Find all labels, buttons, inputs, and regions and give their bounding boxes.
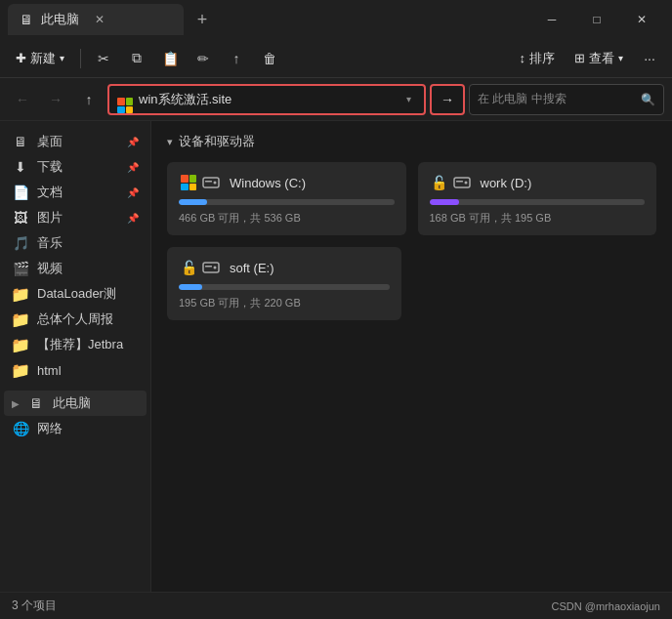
section-toggle-icon[interactable]: ▾ [167, 136, 173, 148]
sidebar-item-thispc[interactable]: ▶ 🖥 此电脑 [4, 391, 147, 416]
drive-d-name: work (D:) [481, 176, 532, 190]
sidebar-label-weekly: 总体个人周报 [37, 310, 139, 328]
svg-rect-0 [203, 178, 219, 187]
sidebar-label-documents: 文档 [37, 184, 119, 201]
tab-area: 🖥 此电脑 ✕ + [8, 0, 529, 39]
close-button[interactable]: ✕ [619, 4, 664, 35]
drive-c-header: Windows (C:) [179, 172, 395, 193]
drive-d-info: 168 GB 可用，共 195 GB [430, 211, 646, 226]
sort-button[interactable]: ↕ 排序 [512, 46, 564, 71]
address-dropdown-icon[interactable]: ▾ [400, 92, 416, 107]
search-bar[interactable]: 在 此电脑 中搜索 🔍 [469, 84, 664, 115]
share-button[interactable]: ↑ [222, 44, 251, 73]
drive-d-bar-fill [430, 199, 460, 205]
hdd-e-icon [200, 257, 222, 278]
jetbra-folder-icon: 📁 [12, 336, 29, 353]
go-button[interactable]: → [430, 84, 465, 115]
sidebar-item-network[interactable]: 🌐 网络 [4, 416, 147, 441]
sidebar-item-downloads[interactable]: ⬇ 下载 📌 [4, 154, 147, 180]
drive-d[interactable]: 🔓 work (D:) 168 GB 可用，共 1 [418, 162, 657, 235]
sidebar-label-downloads: 下载 [37, 158, 119, 176]
svg-rect-6 [203, 263, 219, 272]
sidebar-label-desktop: 桌面 [37, 133, 119, 150]
address-text: win系统激活.site [139, 91, 395, 108]
maximize-button[interactable]: □ [574, 4, 619, 35]
sidebar-label-music: 音乐 [37, 234, 139, 252]
drive-d-bar-bg [430, 199, 646, 205]
drive-e-bar-bg [179, 284, 390, 290]
tab-label: 此电脑 [41, 11, 79, 28]
drives-grid: Windows (C:) 466 GB 可用，共 536 GB 🔓 [167, 162, 656, 235]
pin-icon-desktop: 📌 [127, 137, 139, 147]
hdd-d-icon [451, 172, 473, 193]
section-header: ▾ 设备和驱动器 [167, 133, 656, 150]
hdd-c-icon [200, 172, 222, 193]
toolbar: ✚ 新建 ▾ ✂ ⧉ 📋 ✏ ↑ 🗑 ↕ 排序 ⊞ 查看 ▾ ··· [0, 39, 672, 78]
drive-d-icons: 🔓 [430, 172, 473, 193]
sidebar-item-pictures[interactable]: 🖼 图片 📌 [4, 205, 147, 230]
main-area: 🖥 桌面 📌 ⬇ 下载 📌 📄 文档 📌 🖼 图片 📌 🎵 音乐 🎬 视频 [0, 121, 672, 592]
drive-c-name: Windows (C:) [230, 176, 306, 190]
view-icon: ⊞ [574, 51, 585, 65]
sidebar-item-documents[interactable]: 📄 文档 📌 [4, 180, 147, 205]
drive-d-header: 🔓 work (D:) [430, 172, 646, 193]
watermark: CSDN @mrhaoxiaojun [552, 600, 660, 612]
back-button[interactable]: ← [8, 85, 37, 114]
sidebar-item-dataloader[interactable]: 📁 DataLoader测 [4, 281, 147, 307]
sidebar-item-weekly[interactable]: 📁 总体个人周报 [4, 307, 147, 332]
view-dropdown-icon: ▾ [618, 53, 623, 63]
network-icon: 🌐 [12, 420, 29, 437]
paste-button[interactable]: 📋 [155, 44, 185, 73]
sidebar-item-jetbra[interactable]: 📁 【推荐】Jetbra [4, 332, 147, 357]
windows-logo-icon [179, 173, 198, 192]
up-button[interactable]: ↑ [74, 85, 104, 114]
pin-icon-documents: 📌 [127, 187, 139, 198]
tab-close-button[interactable]: ✕ [91, 11, 108, 28]
cut-button[interactable]: ✂ [89, 44, 118, 73]
downloads-icon: ⬇ [12, 158, 29, 176]
sidebar: 🖥 桌面 📌 ⬇ 下载 📌 📄 文档 📌 🖼 图片 📌 🎵 音乐 🎬 视频 [0, 121, 151, 592]
sidebar-item-desktop[interactable]: 🖥 桌面 📌 [4, 129, 147, 154]
new-dropdown-icon: ▾ [60, 53, 64, 63]
forward-button[interactable]: → [41, 85, 70, 114]
window-controls: ─ □ ✕ [529, 4, 664, 35]
sidebar-label-network: 网络 [37, 420, 139, 437]
delete-button[interactable]: 🗑 [255, 44, 284, 73]
drive-e-bar-fill [179, 284, 202, 290]
svg-rect-5 [456, 181, 463, 183]
sort-icon: ↕ [520, 51, 526, 65]
weekly-folder-icon: 📁 [12, 310, 29, 328]
sidebar-label-pictures: 图片 [37, 209, 119, 227]
new-tab-button[interactable]: + [188, 5, 217, 34]
music-icon: 🎵 [12, 234, 29, 252]
view-button[interactable]: ⊞ 查看 ▾ [567, 46, 631, 71]
thispc-icon: 🖥 [27, 394, 45, 412]
sidebar-item-html[interactable]: 📁 html [4, 357, 147, 383]
sidebar-item-music[interactable]: 🎵 音乐 [4, 230, 147, 256]
address-bar[interactable]: win系统激活.site ▾ [107, 84, 426, 115]
section-label: 设备和驱动器 [179, 133, 255, 150]
sort-label: 排序 [529, 50, 555, 67]
sidebar-item-videos[interactable]: 🎬 视频 [4, 256, 147, 281]
drive-e[interactable]: 🔓 soft (E:) 195 GB 可用，共 220 GB [167, 247, 401, 320]
minimize-button[interactable]: ─ [529, 4, 574, 35]
copy-button[interactable]: ⧉ [122, 44, 151, 73]
sidebar-label-jetbra: 【推荐】Jetbra [37, 336, 139, 353]
active-tab[interactable]: 🖥 此电脑 ✕ [8, 4, 184, 35]
new-icon: ✚ [16, 51, 26, 65]
search-icon: 🔍 [641, 93, 655, 106]
new-button[interactable]: ✚ 新建 ▾ [8, 46, 72, 71]
tab-pc-icon: 🖥 [20, 12, 33, 27]
documents-icon: 📄 [12, 184, 29, 201]
pictures-icon: 🖼 [12, 209, 29, 227]
pin-icon-downloads: 📌 [127, 162, 139, 173]
lock-d-icon: 🔓 [430, 173, 449, 192]
svg-point-1 [214, 182, 217, 185]
drive-e-info: 195 GB 可用，共 220 GB [179, 296, 390, 310]
drive-c[interactable]: Windows (C:) 466 GB 可用，共 536 GB [167, 162, 406, 235]
more-button[interactable]: ··· [635, 44, 664, 73]
dataloader-folder-icon: 📁 [12, 285, 29, 303]
address-row: ← → ↑ win系统激活.site ▾ → 在 此电脑 中搜索 🔍 [0, 78, 672, 121]
rename-button[interactable]: ✏ [189, 44, 218, 73]
drive-c-icons [179, 172, 222, 193]
